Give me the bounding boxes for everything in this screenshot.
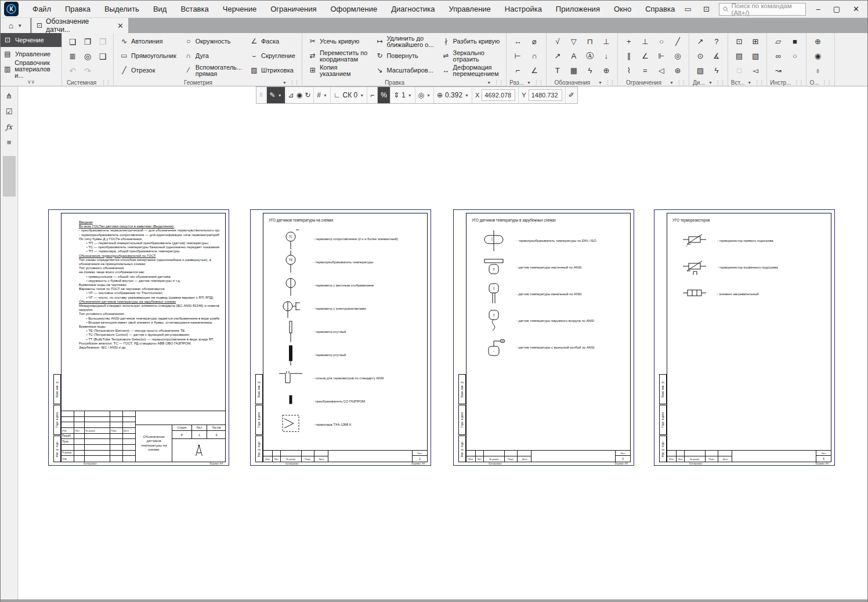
- geometry-tool-1[interactable]: ▭Прямоугольник: [117, 49, 180, 63]
- rotate-snap-icon[interactable]: ↻: [305, 91, 310, 99]
- datum-dimension-icon[interactable]: ⌐: [509, 63, 526, 78]
- spline-icon[interactable]: ↝: [770, 63, 786, 78]
- panel-expand-icon[interactable]: ▼: [598, 81, 602, 85]
- panel-caption[interactable]: Ограничения▼⋮⋮: [618, 79, 689, 86]
- menu-Вставка[interactable]: Вставка: [180, 5, 208, 13]
- geometry-tool-5[interactable]: ⁄Вспомогатель... прямая: [181, 63, 245, 78]
- menu-Справка[interactable]: Справка: [645, 5, 675, 13]
- panel-caption-edit[interactable]: Правка▼⋮⋮: [302, 79, 506, 86]
- radial-dimension-icon[interactable]: ∩: [526, 49, 542, 63]
- measure-chain-icon[interactable]: ∞: [770, 49, 786, 63]
- edit-tool-8[interactable]: ↔Деформация перемещением: [439, 63, 504, 78]
- panel-grip-icon[interactable]: ⋮⋮: [494, 79, 503, 85]
- mode-item-0[interactable]: ⊡Черчение: [1, 33, 62, 47]
- perpendicular-icon[interactable]: ⊥: [637, 34, 653, 49]
- panel-expand-icon[interactable]: ▼: [708, 81, 713, 85]
- waviness-icon[interactable]: ϟ: [582, 63, 598, 78]
- contour-icon[interactable]: ▱: [770, 34, 786, 49]
- print-icon[interactable]: ≣: [65, 49, 80, 63]
- geometry-tool-8[interactable]: ▨Штриховка: [247, 63, 299, 78]
- diameter-dimension-icon[interactable]: ⌀: [526, 34, 542, 49]
- windows-layout-icon[interactable]: ▭: [682, 3, 695, 15]
- picker-button[interactable]: ✐: [566, 87, 577, 103]
- linear-dimension-icon[interactable]: ⊢: [509, 49, 526, 63]
- roughness-icon[interactable]: √: [549, 34, 566, 49]
- variables-icon[interactable]: ƒx: [6, 123, 12, 131]
- zoom-area-button[interactable]: ◎▼: [415, 87, 434, 103]
- drawing-canvas[interactable]: ⠿ ✎▼ ⊿ ◉ ↻ #▼ ∟СК 0▼ ⌐ % ⇕1▼ ◎▼ ⊕0.392▼ …: [19, 86, 867, 600]
- tolerance-icon[interactable]: ⊓: [582, 34, 598, 49]
- solid-icon[interactable]: ■: [787, 34, 803, 49]
- modes-collapse-chevron-icon[interactable]: ∨∨: [1, 78, 62, 86]
- angular-dimension-icon[interactable]: ∠: [526, 63, 542, 78]
- tab-close-icon[interactable]: ✕: [117, 21, 124, 30]
- measure-point-icon[interactable]: ⊙: [692, 49, 708, 63]
- triangle-constraint-icon[interactable]: ◁: [653, 63, 670, 78]
- text-icon[interactable]: T: [549, 63, 566, 78]
- edit-tool-6[interactable]: ∤Разбить кривую: [439, 34, 504, 49]
- panel-expand-icon[interactable]: ▼: [487, 81, 491, 85]
- menu-Файл[interactable]: Файл: [32, 5, 51, 13]
- menu-Диагностика[interactable]: Диагностика: [391, 5, 435, 13]
- document-tab[interactable]: ⊡ Обозначение датчи... ✕: [32, 18, 128, 33]
- home-button[interactable]: ⌂▼: [1, 18, 31, 33]
- mode-item-2[interactable]: ▥Справочник материалов и...: [1, 61, 62, 78]
- parameters-panel-icon[interactable]: ☑: [6, 107, 13, 116]
- area-icon[interactable]: ▨: [692, 63, 708, 78]
- panel-caption-system[interactable]: Системная⋮⋮: [62, 79, 113, 86]
- panel-grip-icon[interactable]: ⋮⋮: [677, 79, 686, 85]
- vertical-line-icon[interactable]: ⌇: [621, 63, 637, 78]
- geometry-tool-4[interactable]: ∩Дуга: [181, 49, 245, 63]
- edit-tool-1[interactable]: ⇄Переместить по координатам: [305, 49, 371, 63]
- edit-tool-3[interactable]: ↦Удлинить до ближайшего о...: [372, 34, 437, 49]
- measure-angle-icon[interactable]: ∡: [708, 49, 725, 63]
- datum-icon[interactable]: ▽: [566, 34, 582, 49]
- menu-Вид[interactable]: Вид: [153, 5, 167, 13]
- panel-grip-icon[interactable]: ⋮⋮: [534, 79, 543, 85]
- auto-dimension-icon[interactable]: ↔: [509, 34, 526, 49]
- center-mark-icon[interactable]: ⊕: [598, 63, 614, 78]
- geometry-tool-0[interactable]: ∿Автолиния: [117, 34, 180, 49]
- command-search-input[interactable]: Поиск по командам (Alt+/): [719, 3, 806, 16]
- panel-caption[interactable]: Вст...▼⋮⋮: [728, 79, 766, 86]
- new-document-icon[interactable]: ❏: [65, 34, 80, 49]
- mass-icon[interactable]: ϟ: [708, 63, 725, 78]
- menu-Правка[interactable]: Правка: [65, 5, 91, 13]
- panel-expand-icon[interactable]: ▼: [670, 81, 674, 85]
- measure-curve-icon[interactable]: ↗: [692, 34, 708, 49]
- panel-caption[interactable]: Инстр...⋮⋮: [767, 79, 806, 86]
- geometry-tool-2[interactable]: ╱Отрезок: [117, 63, 180, 78]
- menu-Выделить[interactable]: Выделить: [104, 5, 139, 13]
- panel-grip-icon[interactable]: ⋮⋮: [794, 79, 803, 85]
- leader-icon[interactable]: ↗: [549, 49, 566, 63]
- panel-caption[interactable]: Ди...▼⋮⋮: [689, 79, 728, 86]
- panel-caption-geometry[interactable]: Геометрия▼⋮⋮: [114, 79, 302, 86]
- minimize-button[interactable]: –: [816, 5, 820, 13]
- geometry-tool-7[interactable]: ⌣Скругление: [247, 49, 299, 63]
- coordinate-system-select[interactable]: ∟СК 0▼: [331, 87, 367, 103]
- insert-dashed-region-icon[interactable]: ▧: [747, 49, 764, 63]
- parallel-icon[interactable]: ∥: [621, 49, 637, 63]
- maximize-button[interactable]: ▢: [833, 5, 840, 13]
- symmetry-icon[interactable]: ⊛: [670, 63, 686, 78]
- edit-tool-4[interactable]: ↻Повернуть: [372, 49, 437, 63]
- snap-percent-button[interactable]: %: [378, 87, 390, 103]
- panel-grip-icon[interactable]: ⋮⋮: [101, 79, 110, 85]
- snap-mode-button[interactable]: ✎▼: [267, 87, 285, 103]
- menu-Настройка[interactable]: Настройка: [505, 5, 542, 13]
- grid-button[interactable]: #▼: [314, 87, 331, 103]
- concentric-icon[interactable]: ◎: [670, 49, 686, 63]
- angle-constraint-icon[interactable]: ∠: [637, 49, 653, 63]
- measure-unknown-icon[interactable]: ?: [708, 34, 725, 49]
- fix-icon[interactable]: ⊩: [653, 49, 670, 63]
- parallel-snap-icon[interactable]: ⊿: [288, 91, 294, 99]
- menu-Оформление[interactable]: Оформление: [331, 5, 378, 13]
- open-document-icon[interactable]: ❐: [80, 34, 95, 49]
- equal-icon[interactable]: =: [637, 63, 653, 78]
- menu-Черчение[interactable]: Черчение: [223, 5, 257, 13]
- slope-icon[interactable]: ╱: [670, 34, 686, 49]
- menu-Управление[interactable]: Управление: [449, 5, 491, 13]
- menu-Окно[interactable]: Окно: [614, 5, 631, 13]
- marking-icon[interactable]: A: [566, 49, 582, 63]
- edit-tool-0[interactable]: ✂Усечь кривую: [305, 34, 371, 49]
